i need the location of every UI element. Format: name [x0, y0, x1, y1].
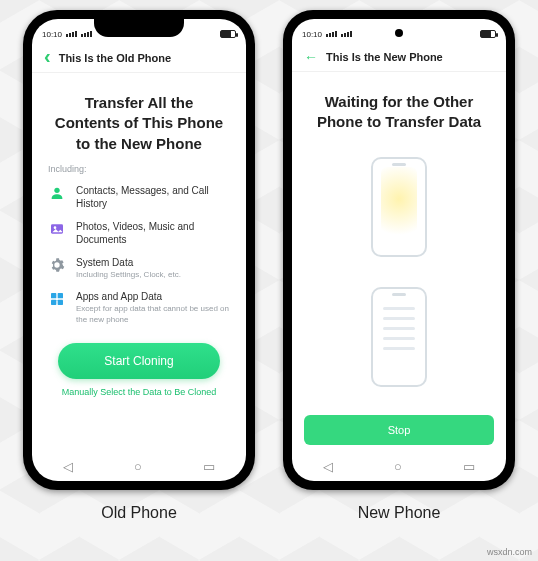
list-item-desc: Including Settings, Clock, etc.: [76, 270, 181, 280]
list-item-title: Apps and App Data: [76, 290, 230, 303]
signal-icon: [66, 31, 77, 37]
svg-rect-4: [58, 293, 63, 298]
nav-recent-icon[interactable]: ▭: [203, 459, 215, 474]
including-label: Including:: [48, 164, 230, 174]
headline: Transfer All the Contents of This Phone …: [54, 93, 224, 154]
back-button[interactable]: [304, 49, 318, 65]
start-cloning-button[interactable]: Start Cloning: [58, 343, 220, 379]
device-new-phone: 10:10 This Is the New Phone Waiting for …: [283, 10, 515, 490]
camera-punch: [395, 29, 403, 37]
nav-recent-icon[interactable]: ▭: [463, 459, 475, 474]
svg-point-2: [54, 226, 57, 229]
divider: [32, 72, 246, 73]
list-item-title: Photos, Videos, Music and Documents: [76, 220, 230, 246]
stop-label: Stop: [388, 424, 411, 436]
watermark: wsxdn.com: [487, 547, 532, 557]
illustration-phone-target: [371, 287, 427, 387]
list-item-desc: Except for app data that cannot be used …: [76, 304, 230, 325]
signal-icon: [81, 31, 92, 37]
list-item: Photos, Videos, Music and Documents: [48, 220, 230, 246]
back-button[interactable]: [44, 49, 51, 66]
photos-icon: [48, 220, 66, 238]
list-item-title: Contacts, Messages, and Call History: [76, 184, 230, 210]
page-title: This Is the Old Phone: [59, 52, 171, 64]
list-item: Apps and App Data Except for app data th…: [48, 290, 230, 325]
divider: [292, 71, 506, 72]
notch: [94, 19, 184, 37]
status-time: 10:10: [302, 30, 322, 39]
svg-rect-6: [58, 300, 63, 305]
start-cloning-label: Start Cloning: [104, 354, 173, 368]
nav-back-icon[interactable]: ◁: [63, 459, 73, 474]
stop-button[interactable]: Stop: [304, 415, 494, 445]
manual-select-link[interactable]: Manually Select the Data to Be Cloned: [48, 387, 230, 397]
signal-icon: [326, 31, 337, 37]
battery-icon: [220, 30, 236, 38]
svg-rect-5: [51, 300, 56, 305]
apps-icon: [48, 290, 66, 308]
list-item-title: System Data: [76, 256, 181, 269]
list-item: System Data Including Settings, Clock, e…: [48, 256, 230, 280]
contacts-icon: [48, 184, 66, 202]
status-time: 10:10: [42, 30, 62, 39]
headline: Waiting for the Other Phone to Transfer …: [314, 92, 484, 133]
device-caption: New Phone: [358, 504, 441, 522]
svg-point-0: [54, 187, 59, 192]
nav-home-icon[interactable]: ○: [394, 459, 402, 474]
svg-rect-3: [51, 293, 56, 298]
device-caption: Old Phone: [101, 504, 177, 522]
nav-back-icon[interactable]: ◁: [323, 459, 333, 474]
settings-icon: [48, 256, 66, 274]
device-old-phone: 10:10 This Is the Old Phone Transfer All…: [23, 10, 255, 490]
battery-icon: [480, 30, 496, 38]
illustration-phone-source: [371, 157, 427, 257]
page-title: This Is the New Phone: [326, 51, 443, 63]
signal-icon: [341, 31, 352, 37]
transfer-illustration: [308, 143, 490, 408]
list-item: Contacts, Messages, and Call History: [48, 184, 230, 210]
nav-home-icon[interactable]: ○: [134, 459, 142, 474]
android-navbar: ◁ ○ ▭: [32, 451, 246, 481]
android-navbar: ◁ ○ ▭: [292, 451, 506, 481]
